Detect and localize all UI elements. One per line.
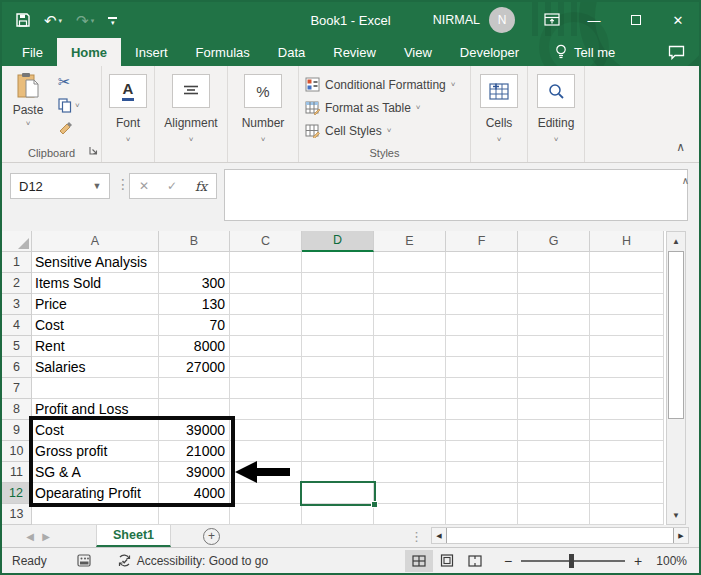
column-header-F[interactable]: F — [446, 231, 518, 252]
cell-D7[interactable] — [302, 378, 374, 399]
cell-F10[interactable] — [446, 441, 518, 462]
cut-button[interactable]: ✂ — [58, 73, 80, 91]
cell-C10[interactable] — [230, 441, 302, 462]
cell-D4[interactable] — [302, 315, 374, 336]
cell-F12[interactable] — [446, 483, 518, 504]
alignment-button[interactable]: Alignment ˅ — [155, 66, 227, 162]
cell-A3[interactable]: Price — [32, 294, 159, 315]
cell-A13[interactable] — [32, 504, 159, 525]
qat-customize-button[interactable]: ▾ — [108, 17, 117, 23]
cell-D3[interactable] — [302, 294, 374, 315]
cell-H5[interactable] — [590, 336, 664, 357]
column-header-E[interactable]: E — [374, 231, 446, 252]
cell-C12[interactable] — [230, 483, 302, 504]
zoom-level[interactable]: 100% — [651, 554, 687, 568]
minimize-button[interactable]: — — [573, 2, 615, 38]
normal-view-button[interactable] — [405, 550, 433, 572]
user-name[interactable]: NIRMAL — [433, 13, 480, 27]
cell-B13[interactable] — [159, 504, 230, 525]
cell-H10[interactable] — [590, 441, 664, 462]
cell-A7[interactable] — [32, 378, 159, 399]
formula-bar-expand-icon[interactable]: ∧ — [682, 175, 689, 186]
editing-button[interactable]: Editing ˅ — [528, 66, 584, 162]
cell-E4[interactable] — [374, 315, 446, 336]
cell-G6[interactable] — [518, 357, 590, 378]
column-header-A[interactable]: A — [32, 231, 159, 252]
cell-B1[interactable] — [159, 252, 230, 273]
cell-C1[interactable] — [230, 252, 302, 273]
cell-A5[interactable]: Rent — [32, 336, 159, 357]
cell-C9[interactable] — [230, 420, 302, 441]
sheet-tab-sheet1[interactable]: Sheet1 — [96, 525, 171, 547]
formula-input[interactable] — [224, 169, 688, 221]
cell-B11[interactable]: 39000 — [159, 462, 230, 483]
cell-B8[interactable] — [159, 399, 230, 420]
cell-G5[interactable] — [518, 336, 590, 357]
cell-A12[interactable]: Opearating Profit — [32, 483, 159, 504]
cell-D11[interactable] — [302, 462, 374, 483]
cell-G1[interactable] — [518, 252, 590, 273]
cancel-button[interactable]: ✕ — [139, 179, 149, 193]
cell-E3[interactable] — [374, 294, 446, 315]
column-header-H[interactable]: H — [590, 231, 664, 252]
cell-E11[interactable] — [374, 462, 446, 483]
cell-H6[interactable] — [590, 357, 664, 378]
row-header-10[interactable]: 10 — [2, 441, 32, 462]
accessibility-status[interactable]: Accessibility: Good to go — [117, 554, 268, 568]
cell-D1[interactable] — [302, 252, 374, 273]
column-header-B[interactable]: B — [159, 231, 230, 252]
cell-C4[interactable] — [230, 315, 302, 336]
zoom-out-button[interactable]: − — [503, 553, 513, 569]
zoom-in-button[interactable]: + — [633, 553, 643, 569]
cell-G4[interactable] — [518, 315, 590, 336]
avatar[interactable]: N — [489, 7, 515, 33]
cell-F8[interactable] — [446, 399, 518, 420]
cell-A6[interactable]: Salaries — [32, 357, 159, 378]
macro-record-button[interactable] — [77, 554, 91, 567]
cell-H9[interactable] — [590, 420, 664, 441]
cell-B12[interactable]: 4000 — [159, 483, 230, 504]
comment-button[interactable] — [668, 38, 685, 66]
cell-C5[interactable] — [230, 336, 302, 357]
cell-H4[interactable] — [590, 315, 664, 336]
cell-H2[interactable] — [590, 273, 664, 294]
collapse-ribbon-button[interactable]: ∧ — [676, 140, 685, 154]
zoom-slider[interactable] — [521, 560, 625, 562]
tab-file[interactable]: File — [8, 38, 57, 66]
format-painter-button[interactable] — [58, 119, 80, 137]
row-header-5[interactable]: 5 — [2, 336, 32, 357]
maximize-button[interactable] — [615, 2, 657, 38]
save-button[interactable] — [16, 13, 30, 27]
cell-G11[interactable] — [518, 462, 590, 483]
cell-E5[interactable] — [374, 336, 446, 357]
undo-button[interactable]: ↶▾ — [44, 13, 62, 28]
cell-B7[interactable] — [159, 378, 230, 399]
tab-insert[interactable]: Insert — [121, 38, 182, 66]
cell-H11[interactable] — [590, 462, 664, 483]
cell-A8[interactable]: Profit and Loss — [32, 399, 159, 420]
cell-C7[interactable] — [230, 378, 302, 399]
horizontal-scrollbar[interactable]: ◀ ▶ — [431, 527, 689, 544]
scroll-right-icon[interactable]: ▶ — [674, 528, 688, 543]
cell-E6[interactable] — [374, 357, 446, 378]
cell-D5[interactable] — [302, 336, 374, 357]
cell-B5[interactable]: 8000 — [159, 336, 230, 357]
close-button[interactable]: ✕ — [657, 2, 699, 38]
cell-D10[interactable] — [302, 441, 374, 462]
cell-styles-button[interactable]: Cell Styles ˅ — [305, 120, 470, 141]
sheet-nav-prev-icon[interactable]: ◀ — [22, 525, 38, 547]
row-header-4[interactable]: 4 — [2, 315, 32, 336]
cell-A11[interactable]: SG & A — [32, 462, 159, 483]
cell-D13[interactable] — [302, 504, 374, 525]
row-header-13[interactable]: 13 — [2, 504, 32, 525]
cell-G2[interactable] — [518, 273, 590, 294]
vertical-scrollbar[interactable]: ▲ ▼ — [666, 231, 686, 525]
cell-D8[interactable] — [302, 399, 374, 420]
vertical-scrollbar-thumb[interactable] — [668, 251, 684, 419]
cell-E13[interactable] — [374, 504, 446, 525]
row-header-3[interactable]: 3 — [2, 294, 32, 315]
cell-G13[interactable] — [518, 504, 590, 525]
cell-F4[interactable] — [446, 315, 518, 336]
name-box[interactable]: D12 ▼ — [10, 173, 110, 199]
row-header-7[interactable]: 7 — [2, 378, 32, 399]
